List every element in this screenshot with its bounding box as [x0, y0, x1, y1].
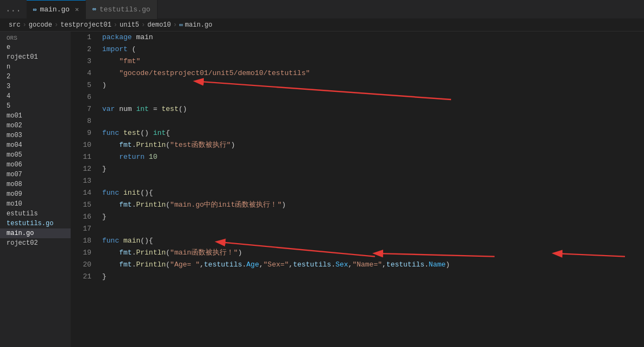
code-line-2: import ( — [102, 44, 644, 55]
ln-15: 15 — [71, 199, 91, 211]
breadcrumb-gocode: gocode — [29, 21, 52, 29]
code-line-15: fmt.Println("main.go中的init函数被执行！") — [102, 199, 644, 211]
tab-main-go-icon: ∞ — [33, 7, 37, 13]
tab-main-go[interactable]: ∞ main.go ✕ — [27, 0, 86, 19]
code-line-13 — [102, 175, 644, 187]
sidebar-item-e[interactable]: e — [0, 42, 71, 52]
sidebar-item-testutils-go[interactable]: testutils.go — [0, 219, 71, 228]
breadcrumb-file-icon: ∞ — [179, 22, 183, 28]
breadcrumb: src › gocode › testproject01 › unit5 › d… — [0, 19, 644, 32]
code-line-5: ) — [102, 79, 644, 91]
ln-19: 19 — [71, 247, 91, 259]
code-content: package main import ( "fmt" "gocode/test… — [98, 32, 644, 283]
code-line-8 — [102, 115, 644, 127]
code-line-9: func test() int{ — [102, 127, 644, 139]
code-line-21: } — [102, 271, 644, 283]
code-line-1: package main — [102, 32, 644, 44]
sidebar-item-mo10[interactable]: mo10 — [0, 199, 71, 209]
code-line-6 — [102, 91, 644, 103]
sidebar-item-2[interactable]: 2 — [0, 72, 71, 82]
sidebar-item-4[interactable]: 4 — [0, 91, 71, 101]
code-line-20: fmt.Println("Age= ",testutils.Age,"Sex="… — [102, 259, 644, 271]
ln-3: 3 — [71, 55, 91, 67]
sidebar-item-3[interactable]: 3 — [0, 82, 71, 91]
breadcrumb-demo10: demo10 — [147, 21, 171, 29]
ln-8: 8 — [71, 115, 91, 127]
code-line-16: } — [102, 211, 644, 223]
tab-testutils-go[interactable]: ∞ testutils.go — [86, 0, 157, 19]
tab-testutils-go-label: testutils.go — [99, 5, 151, 14]
breadcrumb-src: src — [9, 21, 21, 29]
code-line-7: var num int = test() — [102, 103, 644, 115]
ln-17: 17 — [71, 223, 91, 235]
ln-16: 16 — [71, 211, 91, 223]
code-line-19: fmt.Println("main函数被执行！") — [102, 247, 644, 259]
sidebar-item-mo01[interactable]: mo01 — [0, 111, 71, 121]
ln-10: 10 — [71, 139, 91, 151]
ln-21: 21 — [71, 271, 91, 283]
code-line-17 — [102, 223, 644, 235]
code-line-10: fmt.Println("test函数被执行") — [102, 139, 644, 151]
ln-12: 12 — [71, 163, 91, 175]
tab-testutils-go-icon: ∞ — [92, 6, 96, 13]
ln-1: 1 — [71, 32, 91, 44]
sidebar-item-mo04[interactable]: mo04 — [0, 140, 71, 150]
ln-9: 9 — [71, 127, 91, 139]
ln-4: 4 — [71, 67, 91, 79]
sidebar-header-ors: ORS — [0, 34, 71, 42]
sidebar-item-mo02[interactable]: mo02 — [0, 121, 71, 131]
sidebar-item-mo03[interactable]: mo03 — [0, 131, 71, 140]
ln-18: 18 — [71, 235, 91, 247]
ln-13: 13 — [71, 175, 91, 187]
ln-14: 14 — [71, 187, 91, 199]
sidebar-item-roject02[interactable]: roject02 — [0, 238, 71, 248]
sidebar-item-mo08[interactable]: mo08 — [0, 179, 71, 189]
sidebar: ORS e roject01 n 2 3 4 5 mo01 mo02 mo03 … — [0, 32, 71, 347]
sidebar-item-mo07[interactable]: mo07 — [0, 170, 71, 179]
ln-2: 2 — [71, 44, 91, 55]
ln-11: 11 — [71, 151, 91, 163]
breadcrumb-testproject01: testproject01 — [60, 21, 111, 29]
breadcrumb-unit5: unit5 — [120, 21, 139, 29]
code-line-12: } — [102, 163, 644, 175]
ln-7: 7 — [71, 103, 91, 115]
ln-20: 20 — [71, 259, 91, 271]
code-line-4: "gocode/testproject01/unit5/demo10/testu… — [102, 67, 644, 79]
editor-container: 1 2 3 4 5 6 7 8 9 10 11 12 13 14 15 16 1… — [71, 32, 644, 347]
code-line-3: "fmt" — [102, 55, 644, 67]
code-line-11: return 10 — [102, 151, 644, 163]
sidebar-item-mo05[interactable]: mo05 — [0, 150, 71, 160]
sidebar-item-main-go[interactable]: main.go — [0, 228, 71, 238]
sidebar-item-n[interactable]: n — [0, 62, 71, 72]
sidebar-item-roject01[interactable]: roject01 — [0, 52, 71, 62]
tab-bar-overflow[interactable]: ... — [0, 4, 27, 14]
tab-main-go-label: main.go — [40, 5, 70, 14]
code-editor[interactable]: 1 2 3 4 5 6 7 8 9 10 11 12 13 14 15 16 1… — [71, 32, 644, 283]
breadcrumb-file: main.go — [185, 21, 212, 29]
code-line-14: func init(){ — [102, 187, 644, 199]
sidebar-item-mo06[interactable]: mo06 — [0, 160, 71, 170]
tab-bar: ... ∞ main.go ✕ ∞ testutils.go — [0, 0, 644, 19]
sidebar-item-mo09[interactable]: mo09 — [0, 189, 71, 199]
ln-6: 6 — [71, 91, 91, 103]
line-numbers: 1 2 3 4 5 6 7 8 9 10 11 12 13 14 15 16 1… — [71, 32, 98, 283]
sidebar-item-estutils[interactable]: estutils — [0, 209, 71, 219]
main-area: ORS e roject01 n 2 3 4 5 mo01 mo02 mo03 … — [0, 32, 644, 347]
sidebar-item-5[interactable]: 5 — [0, 101, 71, 111]
ln-5: 5 — [71, 79, 91, 91]
code-line-18: func main(){ — [102, 235, 644, 247]
tab-main-go-close[interactable]: ✕ — [75, 5, 79, 14]
